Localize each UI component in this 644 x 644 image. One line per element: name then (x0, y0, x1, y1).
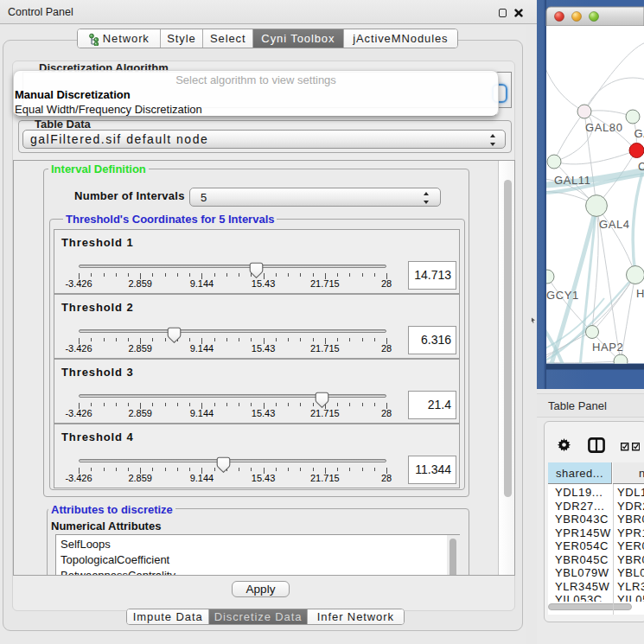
svg-text:GCY1: GCY1 (546, 289, 579, 302)
svg-text:GAL4: GAL4 (599, 218, 630, 231)
svg-text:GA: GA (634, 127, 644, 140)
svg-text:HAP2: HAP2 (592, 341, 623, 354)
svg-text:C: C (638, 160, 644, 173)
svg-text:HA: HA (636, 287, 644, 300)
svg-text:GAL11: GAL11 (554, 174, 591, 187)
svg-text:GAL80: GAL80 (585, 121, 622, 134)
